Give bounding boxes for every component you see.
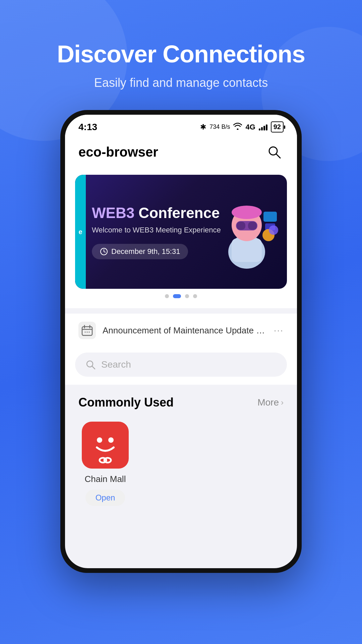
app-item-chain-mall: Chain Mall Open [78,422,132,506]
banner-container: e WEB3 Conference Welcome to WEB3 Meetin… [65,168,297,308]
banner-dots [75,294,287,298]
speed-indicator: 734 B/s [209,123,230,130]
phone-frame: 4:13 ✱ 734 B/s 4G [60,110,302,573]
more-button[interactable]: More › [257,397,284,408]
phone-screen: 4:13 ✱ 734 B/s 4G [65,115,297,568]
announcement-icon [78,322,96,339]
status-time: 4:13 [78,122,97,132]
banner-title-web3: WEB3 [92,205,138,221]
status-icons: ✱ 734 B/s 4G [200,121,284,132]
banner-card[interactable]: e WEB3 Conference Welcome to WEB3 Meetin… [75,175,287,289]
app-title: eco-browser [78,145,158,160]
dot-4 [193,294,197,298]
dot-1 [165,294,169,298]
chain-mall-icon[interactable] [82,422,129,469]
search-container: Search [65,347,297,385]
network-type: 4G [245,123,255,131]
search-icon [267,145,282,159]
phone-mockup: 4:13 ✱ 734 B/s 4G [60,110,302,573]
search-bar-icon [85,359,96,370]
svg-point-19 [87,332,88,333]
open-chain-mall-button[interactable]: Open [85,490,125,506]
bluetooth-icon: ✱ [200,123,206,131]
chevron-right-icon: › [281,398,284,407]
banner-title: WEB3 Conference [92,204,274,222]
section-title: Commonly Used [78,395,174,410]
app-name-chain-mall: Chain Mall [85,474,126,484]
svg-point-18 [85,332,86,333]
svg-point-25 [108,437,114,443]
battery-indicator: 92 [271,121,284,132]
signal-bars [259,124,267,130]
banner-subtitle: Welcome to WEB3 Meeting Experience [92,226,274,234]
svg-point-20 [89,332,90,333]
hero-title: Discover Connections [0,40,362,68]
commonly-used-section: Commonly Used More › [65,385,297,519]
clock-icon [100,248,108,256]
section-header: Commonly Used More › [65,385,297,416]
banner-date-text: December 9th, 15:31 [111,247,180,256]
calendar-icon [81,324,93,336]
banner-date: December 9th, 15:31 [92,244,188,259]
announcement-bar[interactable]: Announcement of Maintenance Update on De… [65,314,297,347]
nav-bar: eco-browser [65,136,297,168]
nav-search-button[interactable] [265,143,284,161]
status-bar: 4:13 ✱ 734 B/s 4G [65,115,297,136]
svg-rect-14 [82,327,92,335]
svg-point-24 [97,437,102,443]
hero-section: Discover Connections Easily find and man… [0,0,362,110]
more-label: More [257,397,279,408]
chain-mall-icon-svg [87,427,124,464]
svg-line-22 [92,366,95,369]
hero-subtitle: Easily find and manage contacts [0,76,362,90]
announcement-more-dots[interactable]: ··· [274,325,284,336]
dot-2 [173,294,181,298]
scroll-content[interactable]: e WEB3 Conference Welcome to WEB3 Meetin… [65,168,297,568]
app-grid: Chain Mall Open [65,416,297,519]
svg-line-1 [276,154,280,158]
announcement-text: Announcement of Maintenance Update on De… [103,325,267,336]
wifi-icon [233,122,242,132]
battery-level: 92 [274,123,281,131]
banner-content: WEB3 Conference Welcome to WEB3 Meeting … [75,194,287,270]
search-bar-placeholder: Search [101,359,131,370]
dot-3 [185,294,189,298]
search-bar[interactable]: Search [75,353,287,377]
